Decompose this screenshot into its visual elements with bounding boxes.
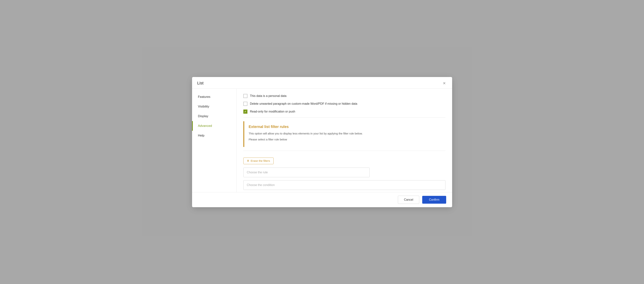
sidebar-item-advanced[interactable]: Advanced <box>192 121 236 131</box>
filter-card-title: External list filter rules <box>249 125 441 129</box>
sidebar-item-display[interactable]: Display <box>192 111 236 121</box>
divider-2 <box>243 151 446 151</box>
sidebar-item-features[interactable]: Features <box>192 92 236 102</box>
filter-card-description: This option will allow you to display le… <box>249 132 441 136</box>
main-content: This data is a personal data Delete unwa… <box>237 89 452 192</box>
checkbox-row-personal-data: This data is a personal data <box>243 94 446 98</box>
confirm-button[interactable]: Confirm <box>422 196 446 204</box>
choose-condition-placeholder: Choose the condition <box>247 183 275 187</box>
erase-filters-label: Erase the filters <box>251 159 270 162</box>
sidebar-item-help[interactable]: Help <box>192 131 236 140</box>
checkbox-row-read-only: Read-only for modification or push <box>243 110 446 114</box>
checkbox-label-delete-unwanted: Delete unwanted paragraph on custom-made… <box>250 102 358 105</box>
checkbox-read-only[interactable] <box>243 110 248 114</box>
checkbox-delete-unwanted[interactable] <box>243 102 248 106</box>
choose-condition-dropdown[interactable]: Choose the condition <box>243 180 446 190</box>
cancel-button[interactable]: Cancel <box>398 196 420 204</box>
divider <box>243 117 446 118</box>
checkbox-label-personal-data: This data is a personal data <box>250 94 286 98</box>
modal-header: List × <box>192 77 452 89</box>
modal-body: Features Visibility Display Advanced Hel… <box>192 89 452 192</box>
choose-rule-dropdown[interactable]: Choose the rule <box>243 168 370 177</box>
close-button[interactable]: × <box>442 80 447 86</box>
modal-overlay: List × Features Visibility Display Advan… <box>0 0 644 284</box>
erase-icon: ⬆ <box>247 159 249 163</box>
modal: List × Features Visibility Display Advan… <box>192 77 452 207</box>
filter-card: External list filter rules This option w… <box>243 121 446 147</box>
modal-title: List <box>197 81 204 86</box>
filter-card-instruction: Please select a filter rule below <box>249 137 441 142</box>
sidebar: Features Visibility Display Advanced Hel… <box>192 89 237 192</box>
checkbox-row-delete-unwanted: Delete unwanted paragraph on custom-made… <box>243 102 446 106</box>
checkbox-personal-data[interactable] <box>243 94 248 98</box>
erase-filters-button[interactable]: ⬆ Erase the filters <box>243 158 274 164</box>
choose-rule-placeholder: Choose the rule <box>247 171 268 174</box>
modal-footer: Cancel Confirm <box>192 192 452 207</box>
checkbox-label-read-only: Read-only for modification or push <box>250 110 295 113</box>
sidebar-item-visibility[interactable]: Visibility <box>192 102 236 111</box>
